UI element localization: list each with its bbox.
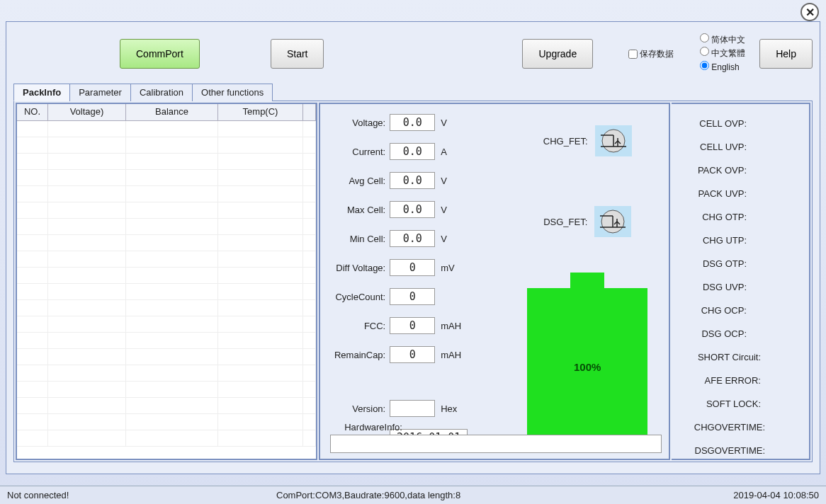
save-data-input[interactable] [628,50,638,59]
table-row[interactable] [17,333,316,349]
upgrade-button[interactable]: Upgrade [522,39,593,69]
chg-fet-block: CHG_FET: [543,125,632,156]
mosfet-icon [594,206,631,237]
reading-value: 0.0 [390,143,435,160]
alarm-status: CHG OTP: [702,212,803,222]
reading-value: 0.0 [390,172,435,189]
reading-unit: V [441,205,466,215]
reading-row: Avg Cell:0.0V [327,172,499,189]
reading-unit: mAH [441,321,466,331]
alarm-status: DSG UVP: [703,282,803,292]
reading-row: Diff Voltage:0mV [327,259,499,276]
lang-cn-simp[interactable]: 简体中文 [700,33,745,47]
alarm-status: DSGOVERTIME: [695,445,803,456]
table-row[interactable] [17,365,316,382]
table-row[interactable] [17,382,316,398]
cell-grid: NO. Voltage) Balance Temp(C) [16,103,317,460]
alarm-status: SOFT LOCK: [706,399,803,409]
tab-calibration[interactable]: Calibration [130,84,193,101]
reading-label: Avg Cell: [327,176,390,186]
alarm-status: DSG OCP: [701,328,803,339]
reading-label: Max Cell: [327,205,390,215]
alarm-status: CHGOVERTIME: [694,422,803,433]
grid-header: NO. Voltage) Balance Temp(C) [17,104,316,121]
fet-battery-column: CHG_FET: [513,111,662,446]
toolbar: CommPort Start Upgrade 保存数据 简体中文 中文繁體 En… [13,29,813,79]
reading-unit: A [441,147,466,157]
mosfet-icon [595,125,632,156]
col-voltage[interactable]: Voltage) [48,104,126,120]
status-bar: Not connected! ComPort:COM3,Baudrate:960… [0,486,826,504]
col-balance[interactable]: Balance [126,104,218,120]
reading-label: Diff Voltage: [327,263,390,273]
chg-fet-label: CHG_FET: [543,136,588,147]
table-row[interactable] [17,349,316,365]
alarm-panel: CELL OVP:CELL UVP:PACK OVP:PACK UVP:CHG … [672,103,810,460]
dsg-fet-label: DSG_FET: [543,217,587,227]
content-area: NO. Voltage) Balance Temp(C) Voltage:0.0… [13,101,813,462]
table-row[interactable] [17,284,316,300]
reading-row: CycleCount:0 [327,288,499,305]
table-row[interactable] [17,137,316,154]
battery-indicator: 100% [527,273,647,445]
reading-label: Version: [327,403,390,414]
reading-value: 0 [390,288,435,305]
table-row[interactable] [17,170,316,186]
grid-body[interactable] [17,121,316,459]
tab-packinfo[interactable]: PackInfo [13,84,70,101]
tab-other[interactable]: Other functions [192,84,273,101]
main-frame: CommPort Start Upgrade 保存数据 简体中文 中文繁體 En… [6,21,820,474]
hardware-info-field[interactable] [330,435,662,453]
reading-label: Current: [327,147,390,157]
reading-value: 0.0 [390,201,435,218]
table-row[interactable] [17,235,316,251]
readings-column: Voltage:0.0VCurrent:0.0AAvg Cell:0.0VMax… [327,114,499,446]
alarm-status: SHORT Circuit: [698,352,803,362]
hardware-info-label: HardwareInfo: [344,422,662,433]
reading-value [390,400,435,417]
close-button[interactable]: ✕ [800,3,819,21]
hardware-info-row: HardwareInfo: [330,422,662,453]
table-row[interactable] [17,154,316,170]
table-row[interactable] [17,202,316,219]
reading-row: Current:0.0A [327,143,499,160]
table-row[interactable] [17,398,316,414]
reading-row: RemainCap:0mAH [327,346,499,363]
col-no[interactable]: NO. [17,104,48,120]
alarm-status: CHG OCP: [701,305,803,316]
reading-unit: mV [441,263,466,273]
alarm-status: DSG OTP: [703,258,803,269]
reading-unit: mAH [441,350,466,360]
table-row[interactable] [17,186,316,202]
table-row[interactable] [17,121,316,137]
table-row[interactable] [17,251,316,268]
start-button[interactable]: Start [271,39,324,69]
reading-value: 0 [390,346,435,363]
lang-en[interactable]: English [700,61,745,74]
alarm-status: PACK OVP: [698,165,803,176]
alarm-status: AFE ERROR: [705,375,803,386]
table-row[interactable] [17,300,316,316]
col-temp[interactable]: Temp(C) [218,104,303,120]
table-row[interactable] [17,430,316,447]
reading-row: Max Cell:0.0V [327,201,499,218]
alarm-status: CHG UTP: [703,235,803,246]
table-row[interactable] [17,268,316,284]
reading-unit: V [441,176,466,186]
save-data-checkbox[interactable]: 保存数据 [628,48,674,60]
reading-value: 0 [390,317,435,334]
reading-label: FCC: [327,321,390,331]
reading-value: 0 [390,259,435,276]
table-row[interactable] [17,219,316,235]
help-button[interactable]: Help [759,39,813,69]
table-row[interactable] [17,414,316,430]
commport-button[interactable]: CommPort [120,39,200,69]
reading-row: FCC:0mAH [327,317,499,334]
reading-value: 0.0 [390,230,435,247]
table-row[interactable] [17,316,316,333]
reading-unit: Hex [441,403,466,414]
lang-cn-trad[interactable]: 中文繁體 [700,47,745,60]
status-comport: ComPort:COM3,Baudrate:9600,data length:8 [276,490,733,500]
tab-parameter[interactable]: Parameter [69,84,131,101]
reading-unit: V [441,234,466,244]
